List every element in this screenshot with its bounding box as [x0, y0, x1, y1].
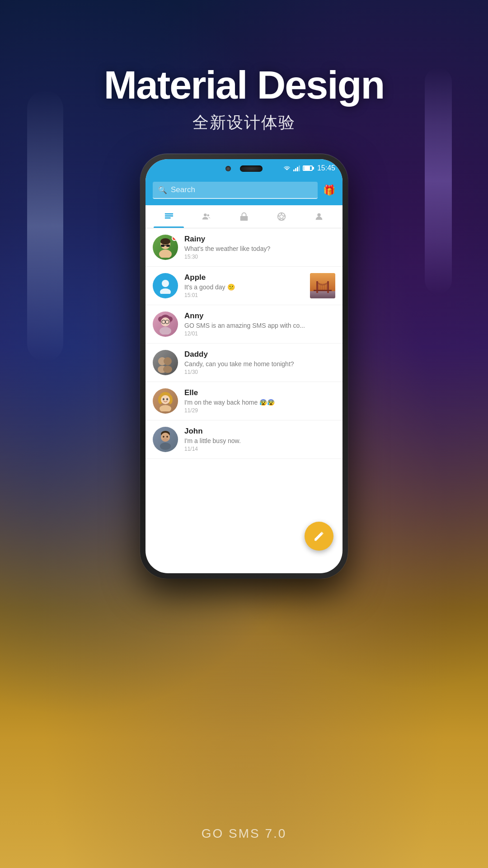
- message-time-anny: 12/01: [184, 330, 335, 337]
- main-title: Material Design: [0, 63, 488, 107]
- message-time-rainy: 15:30: [184, 254, 335, 260]
- contact-name-rainy: Rainy: [184, 235, 335, 244]
- svg-point-50: [166, 436, 168, 438]
- svg-point-16: [160, 288, 171, 294]
- tab-store[interactable]: [225, 205, 263, 228]
- tab-messages[interactable]: [150, 205, 188, 228]
- status-time: 15:45: [317, 164, 335, 172]
- bridge-image: [310, 273, 335, 298]
- message-content-elle: Elle I'm on the way back home 😰😰 11/29: [184, 388, 335, 414]
- message-preview-anny: GO SMS is an amazing SMS app with co...: [184, 322, 335, 329]
- svg-rect-21: [314, 290, 332, 291]
- svg-point-49: [163, 436, 164, 438]
- message-time-daddy: 11/30: [184, 369, 335, 375]
- avatar-rainy: [153, 235, 178, 260]
- john-avatar-svg: [155, 429, 176, 450]
- contact-name-john: John: [184, 427, 335, 436]
- message-time-apple: 15:01: [184, 292, 305, 298]
- anny-avatar-svg: [155, 314, 176, 335]
- search-bar: 🔍 Search 🎁: [145, 177, 343, 205]
- search-icon: 🔍: [158, 186, 167, 194]
- svg-line-52: [314, 541, 316, 541]
- signal-icon: [293, 165, 300, 171]
- avatar-apple-icon: [153, 273, 178, 298]
- gift-button[interactable]: 🎁: [323, 184, 335, 196]
- app-version-label: GO SMS 7.0: [0, 826, 488, 841]
- tab-explore[interactable]: [263, 205, 300, 228]
- contact-name-elle: Elle: [184, 388, 335, 397]
- profile-tab-icon: [314, 212, 324, 222]
- svg-point-4: [207, 214, 209, 217]
- unread-indicator-rainy: [172, 236, 177, 241]
- svg-point-45: [160, 405, 171, 411]
- svg-rect-2: [164, 217, 170, 219]
- svg-point-44: [166, 398, 168, 401]
- camera-dot: [225, 166, 231, 171]
- conversation-rainy[interactable]: Rainy What's the weather like today? 15:…: [145, 228, 343, 267]
- conversation-daddy[interactable]: Daddy Candy, can you take me home tonigh…: [145, 344, 343, 382]
- svg-point-48: [162, 438, 169, 442]
- message-preview-elle: I'm on the way back home 😰😰: [184, 399, 335, 406]
- svg-rect-12: [161, 245, 164, 247]
- message-content-anny: Anny GO SMS is an amazing SMS app with c…: [184, 311, 335, 337]
- explore-tab-icon: [277, 212, 286, 222]
- phone-wrapper: 15:45 🔍 Search 🎁: [140, 154, 348, 579]
- tab-profile[interactable]: [300, 205, 338, 228]
- avatar-apple: [153, 273, 178, 298]
- search-placeholder: Search: [171, 185, 195, 194]
- svg-marker-7: [278, 213, 285, 220]
- contact-name-daddy: Daddy: [184, 350, 335, 359]
- tab-contacts[interactable]: [188, 205, 225, 228]
- message-list: Rainy What's the weather like today? 15:…: [145, 228, 343, 459]
- message-content-daddy: Daddy Candy, can you take me home tonigh…: [184, 350, 335, 375]
- avatar-elle: [153, 388, 178, 414]
- svg-point-8: [318, 213, 321, 217]
- message-preview-apple: It's a good day 😕: [184, 283, 305, 291]
- svg-point-34: [160, 327, 171, 335]
- apple-thumbnail: [310, 273, 335, 298]
- conversation-john[interactable]: John I'm a little busy now. 11/14: [145, 420, 343, 459]
- svg-point-43: [163, 398, 164, 401]
- bridge-svg: [310, 273, 335, 298]
- daddy-avatar-svg: [155, 352, 176, 373]
- svg-rect-5: [240, 216, 248, 221]
- apple-person-icon: [157, 278, 174, 294]
- conversation-elle[interactable]: Elle I'm on the way back home 😰😰 11/29: [145, 382, 343, 420]
- svg-point-51: [160, 443, 171, 450]
- title-area: Material Design 全新设计体验: [0, 63, 488, 134]
- search-input-wrapper[interactable]: 🔍 Search: [153, 182, 318, 199]
- message-content-rainy: Rainy What's the weather like today? 15:…: [184, 235, 335, 260]
- compose-fab-button[interactable]: [305, 522, 333, 551]
- battery-icon: [303, 165, 313, 171]
- status-icons: 15:45: [283, 164, 335, 172]
- speaker-grill: [240, 165, 263, 172]
- message-time-elle: 11/29: [184, 407, 335, 414]
- phone-screen: 15:45 🔍 Search 🎁: [145, 159, 343, 573]
- svg-point-38: [163, 366, 172, 373]
- phone-outer: 15:45 🔍 Search 🎁: [140, 154, 348, 579]
- message-preview-rainy: What's the weather like today?: [184, 245, 335, 252]
- avatar-anny: [153, 311, 178, 337]
- svg-rect-19: [316, 281, 318, 293]
- tab-bar: [145, 205, 343, 228]
- svg-point-10: [159, 250, 172, 258]
- svg-point-36: [164, 357, 172, 365]
- svg-point-11: [160, 238, 170, 245]
- svg-point-15: [162, 280, 169, 287]
- message-content-john: John I'm a little busy now. 11/14: [184, 427, 335, 452]
- contact-name-anny: Anny: [184, 311, 335, 321]
- avatar-john: [153, 427, 178, 452]
- message-time-john: 11/14: [184, 446, 335, 452]
- compose-icon: [313, 530, 325, 542]
- conversation-anny[interactable]: Anny GO SMS is an amazing SMS app with c…: [145, 305, 343, 344]
- conversation-apple[interactable]: Apple It's a good day 😕 15:01: [145, 267, 343, 305]
- phone-top-bar: [199, 162, 289, 175]
- sub-title: 全新设计体验: [0, 112, 488, 134]
- svg-rect-13: [166, 245, 170, 247]
- svg-point-3: [204, 213, 206, 216]
- svg-rect-1: [164, 215, 173, 217]
- message-content-apple: Apple It's a good day 😕 15:01: [184, 273, 305, 298]
- messages-tab-icon: [164, 212, 174, 222]
- svg-rect-20: [327, 281, 329, 293]
- svg-rect-18: [310, 291, 335, 298]
